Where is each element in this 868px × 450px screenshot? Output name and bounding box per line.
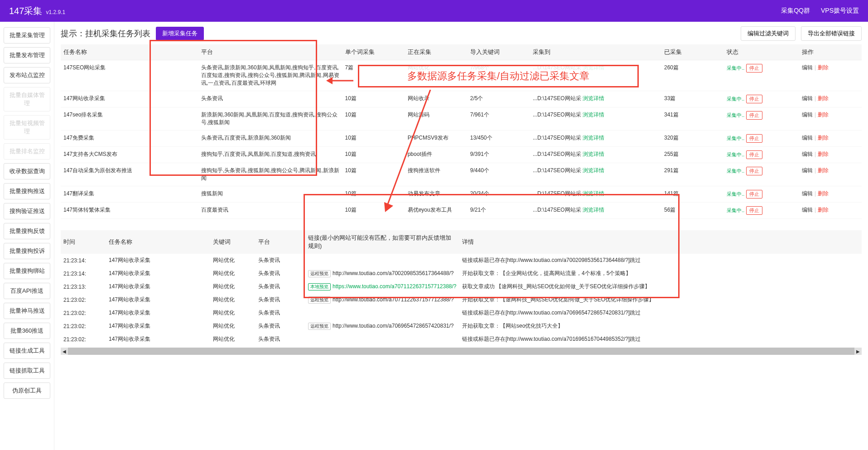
delete-link[interactable]: 删除 (818, 64, 829, 71)
task-row: 147支持各大CMS发布搜狗知乎,百度资讯,凤凰新闻,百度知道,搜狗资讯10篇p… (61, 147, 862, 163)
log-platform: 头条资讯 (256, 267, 305, 280)
edit-link[interactable]: 编辑 (802, 64, 813, 71)
task-row: 147SEO网站采集头条资讯,新浪新闻,360新闻,凤凰新闻,搜狗知乎,百度资讯… (61, 60, 862, 91)
sidebar-item-12[interactable]: 百度API推送 (4, 283, 50, 299)
log-task: 147网站收录采集 (106, 280, 210, 293)
log-row: 21:23:02:147网站收录采集网站优化头条资讯远程预览http://www… (61, 293, 862, 306)
sidebar-item-0[interactable]: 批量采集管理 (4, 27, 50, 44)
log-detail: 链接或标题已存在[http://www.toutiao.com/a7002098… (459, 254, 862, 267)
scrollbar-thumb[interactable] (68, 348, 854, 355)
delete-link[interactable]: 删除 (818, 135, 829, 141)
edit-link[interactable]: 编辑 (802, 190, 813, 197)
log-keyword: 网站优化 (210, 280, 256, 293)
edit-link[interactable]: 编辑 (802, 95, 813, 102)
stop-button[interactable]: 停止 (746, 206, 762, 215)
log-col-keyword: 关键词 (210, 230, 256, 254)
view-detail-link[interactable]: 浏览详情 (583, 151, 604, 157)
sidebar-item-10[interactable]: 批量搜狗投诉 (4, 243, 50, 259)
view-detail-link[interactable]: 浏览详情 (583, 95, 604, 102)
edit-link[interactable]: 编辑 (802, 167, 813, 174)
log-detail: 开始获取文章：【途网科技_网站SEO优化如何做_关于SEO优化详细操作步骤】 (459, 293, 862, 306)
cell-platform: 百度最资讯 (198, 203, 342, 219)
stop-button[interactable]: 停止 (746, 150, 762, 159)
view-detail-link[interactable]: 浏览详情 (583, 64, 604, 71)
status-text: 采集中.. (727, 65, 744, 71)
log-col-detail: 详情 (459, 230, 862, 254)
view-detail-link[interactable]: 浏览详情 (583, 111, 604, 118)
stop-button[interactable]: 停止 (746, 111, 762, 120)
cell-status: 采集中..停止 (724, 107, 799, 131)
sidebar-item-15[interactable]: 链接生成工具 (4, 343, 50, 359)
delete-link[interactable]: 删除 (818, 190, 829, 197)
view-detail-link[interactable]: 浏览详情 (583, 167, 604, 174)
cell-platform: 头条资讯,新浪新闻,360新闻,凤凰新闻,搜狗知乎,百度资讯,百度知道,搜狗资讯… (198, 60, 342, 91)
sidebar-item-1[interactable]: 批量发布管理 (4, 47, 50, 63)
view-detail-link[interactable]: 浏览详情 (583, 190, 604, 197)
status-text: 采集中.. (727, 96, 744, 102)
sidebar-item-9[interactable]: 批量搜狗反馈 (4, 223, 50, 239)
cell-platform: 新浪新闻,360新闻,凤凰新闻,百度知道,搜狗资讯,搜狗公众号,搜狐新闻 (198, 107, 342, 131)
cell-single: 10篇 (342, 91, 405, 107)
cell-collected: 141篇 (661, 186, 724, 203)
sidebar-item-6[interactable]: 收录数据查询 (4, 163, 50, 179)
sidebar-item-7[interactable]: 批量搜狗推送 (4, 183, 50, 199)
cell-keywords: 9/440个 (468, 163, 530, 186)
edit-link[interactable]: 编辑 (802, 111, 813, 118)
col-header-status: 状态 (724, 44, 799, 60)
cell-collecting: 搜狗推送软件 (405, 163, 468, 186)
delete-link[interactable]: 删除 (818, 111, 829, 118)
delete-link[interactable]: 删除 (818, 151, 829, 157)
log-platform: 头条资讯 (256, 319, 305, 333)
stop-button[interactable]: 停止 (746, 190, 762, 198)
tag-remote[interactable]: 远程预览 (308, 270, 331, 277)
log-task: 147网站收录采集 (106, 254, 210, 267)
sidebar-item-13[interactable]: 批量神马推送 (4, 303, 50, 319)
edit-link[interactable]: 编辑 (802, 151, 813, 157)
stop-button[interactable]: 停止 (746, 134, 762, 143)
status-text: 采集中.. (727, 112, 744, 118)
cell-keywords: 7/968个 (468, 60, 530, 91)
delete-link[interactable]: 删除 (818, 95, 829, 102)
scroll-right-icon[interactable]: ▶ (854, 348, 862, 355)
edit-link[interactable]: 编辑 (802, 207, 813, 213)
header-link-vps[interactable]: VPS拨号设置 (821, 7, 859, 15)
add-task-button[interactable]: 新增采集任务 (156, 27, 204, 40)
sidebar-item-17[interactable]: 伪原创工具 (4, 382, 50, 399)
task-row: 147自动采集为原创发布推送搜狗知乎,头条资讯,搜狐新闻,搜狗公众号,腾讯新闻,… (61, 163, 862, 186)
app-header: 147采集 v1.2.9.1 采集QQ群 VPS拨号设置 (0, 0, 868, 22)
sidebar-item-16[interactable]: 链接抓取工具 (4, 363, 50, 379)
log-time: 21:23:13: (61, 280, 106, 293)
stop-button[interactable]: 停止 (746, 95, 762, 103)
edit-link[interactable]: 编辑 (802, 135, 813, 141)
tag-remote[interactable]: 远程预览 (308, 296, 331, 304)
log-keyword: 网站优化 (210, 306, 256, 319)
log-col-link: 链接(最小的网站可能没有匹配，如需要可群内反馈增加规则) (305, 230, 459, 254)
view-detail-link[interactable]: 浏览详情 (583, 135, 604, 141)
log-table: 时间 任务名称 关键词 平台 链接(最小的网站可能没有匹配，如需要可群内反馈增加… (61, 230, 862, 346)
log-link (305, 254, 459, 267)
sidebar-item-11[interactable]: 批量搜狗绑站 (4, 263, 50, 279)
sidebar-item-2[interactable]: 发布站点监控 (4, 67, 50, 83)
cell-name: 147支持各大CMS发布 (61, 147, 198, 163)
sidebar-item-14[interactable]: 批量360推送 (4, 323, 50, 339)
view-detail-link[interactable]: 浏览详情 (583, 207, 604, 213)
cell-platform: 搜狗知乎,头条资讯,搜狐新闻,搜狗公众号,腾讯新闻,新浪新闻 (198, 163, 342, 186)
cell-name: 147网站收录采集 (61, 91, 198, 107)
tag-remote[interactable]: 远程预览 (308, 323, 331, 330)
scroll-left-icon[interactable]: ◀ (61, 348, 68, 355)
delete-link[interactable]: 删除 (818, 207, 829, 213)
stop-button[interactable]: 停止 (746, 64, 762, 73)
sidebar-item-8[interactable]: 搜狗验证推送 (4, 203, 50, 219)
log-keyword: 网站优化 (210, 319, 256, 333)
delete-link[interactable]: 删除 (818, 167, 829, 174)
edit-filter-button[interactable]: 编辑过滤关键词 (741, 26, 796, 41)
export-errors-button[interactable]: 导出全部错误链接 (801, 26, 862, 41)
cell-collected: 320篇 (661, 131, 724, 147)
header-link-qq[interactable]: 采集QQ群 (781, 7, 810, 15)
cell-collecting: 动易发布文章 (405, 186, 468, 203)
stop-button[interactable]: 停止 (746, 167, 762, 175)
cell-name: 147SEO网站采集 (61, 60, 198, 91)
tag-local[interactable]: 本地预览 (308, 283, 331, 290)
cell-platform: 头条资讯,百度资讯,新浪新闻,360新闻 (198, 131, 342, 147)
horizontal-scrollbar[interactable]: ◀ ▶ (61, 348, 862, 355)
